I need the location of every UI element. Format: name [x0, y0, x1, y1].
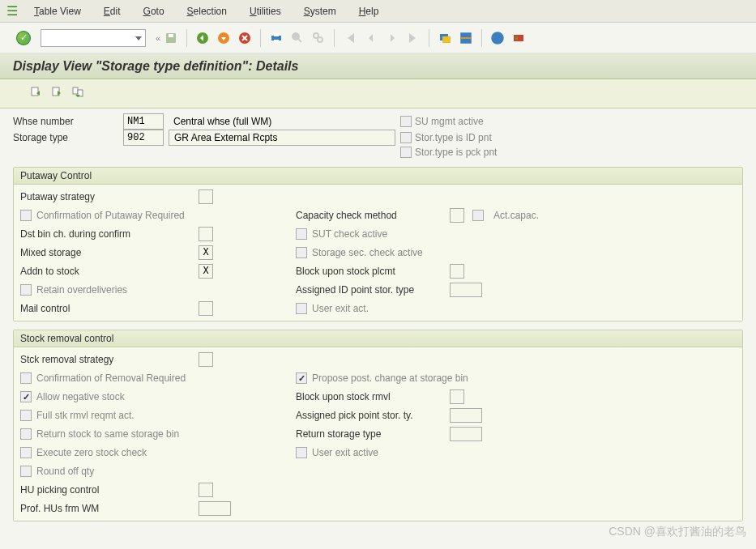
- menu-table-view[interactable]: Table View: [34, 6, 81, 17]
- svg-rect-1: [169, 34, 173, 37]
- checkbox-icon: [400, 147, 412, 158]
- act-capac-checkbox: [472, 210, 484, 221]
- view-title: Display View "Storage type definition": …: [0, 53, 756, 79]
- putaway-control-group: Putaway Control Putaway strategy Confirm…: [13, 167, 743, 321]
- checkbox-icon: [296, 447, 307, 458]
- prev-page-icon[interactable]: [362, 29, 380, 47]
- svg-line-9: [298, 39, 301, 42]
- storage-type-value: 902: [123, 130, 164, 146]
- svg-rect-20: [32, 87, 38, 96]
- dst-bin-input[interactable]: [199, 227, 213, 241]
- new-session-icon[interactable]: [436, 29, 454, 47]
- next-page-icon[interactable]: [383, 29, 401, 47]
- user-exit-active-checkbox: User exit active: [296, 444, 579, 462]
- checkbox-icon: [20, 372, 32, 384]
- svg-point-11: [318, 37, 322, 42]
- first-page-icon[interactable]: [341, 29, 359, 47]
- su-mgmt-checkbox: SU mgmt active: [400, 115, 595, 128]
- stck-removal-strategy-input[interactable]: [199, 352, 213, 367]
- action-bar: [0, 79, 756, 109]
- doc-nav-prev-icon[interactable]: [29, 86, 42, 101]
- doc-compare-icon[interactable]: [71, 86, 84, 101]
- full-stk-rmvl-checkbox: Full stk rmvl reqmt act.: [20, 406, 280, 424]
- return-storage-type-field: Return storage type: [296, 425, 579, 443]
- mixed-storage-input[interactable]: X: [199, 245, 213, 260]
- prof-hus-input[interactable]: [199, 501, 231, 516]
- mail-control-field: Mail control: [20, 300, 280, 317]
- block-upon-plcmt-input[interactable]: [450, 264, 464, 279]
- return-storage-type-input[interactable]: [450, 427, 482, 441]
- layout-icon[interactable]: [457, 29, 475, 47]
- stor-type-pck-pnt-checkbox: Stor.type is pck pnt: [400, 146, 595, 159]
- stock-removal-title: Stock removal control: [14, 330, 742, 347]
- capacity-check-field: Capacity check methodAct.capac.: [296, 206, 579, 224]
- checkbox-icon: [20, 428, 32, 440]
- checkbox-icon: [296, 303, 307, 314]
- menu-help[interactable]: Help: [359, 6, 379, 17]
- enter-icon[interactable]: ✓: [16, 31, 31, 45]
- assigned-id-point-input[interactable]: [450, 283, 482, 297]
- content-area: Whse number NM1 Central whse (full WM) S…: [0, 109, 756, 534]
- back-icon[interactable]: [194, 29, 211, 47]
- find-icon[interactable]: [288, 29, 306, 47]
- svg-rect-22: [73, 87, 78, 94]
- svg-rect-7: [274, 40, 279, 43]
- mixed-storage-field: Mixed storageX: [20, 244, 280, 262]
- prof-hus-frm-wm-field: Prof. HUs frm WM: [20, 500, 280, 517]
- storage-type-label: Storage type: [13, 130, 118, 145]
- menu-goto[interactable]: Goto: [143, 6, 164, 17]
- allow-negative-stock-checkbox: Allow negative stock: [20, 388, 280, 406]
- save-icon[interactable]: [162, 29, 180, 47]
- whse-number-value: NM1: [123, 113, 164, 130]
- toolbar: ✓ « ?: [0, 23, 756, 53]
- user-exit-act-checkbox: User exit act.: [296, 300, 579, 317]
- retain-overdeliveries-checkbox: Retain overdeliveries: [20, 281, 280, 299]
- svg-rect-18: [514, 35, 523, 41]
- menu-edit[interactable]: Edit: [104, 6, 121, 17]
- capacity-check-input[interactable]: [450, 208, 464, 223]
- menu-utilities[interactable]: Utilities: [250, 6, 281, 17]
- svg-text:?: ?: [495, 34, 500, 43]
- help-icon[interactable]: ?: [489, 29, 506, 47]
- gui-settings-icon[interactable]: [510, 29, 527, 47]
- exit-icon[interactable]: [215, 29, 233, 47]
- checkbox-icon: [296, 228, 307, 240]
- checkbox-icon: [400, 116, 412, 127]
- addn-to-stock-input[interactable]: X: [199, 264, 213, 279]
- checkbox-icon: [20, 410, 32, 421]
- mail-control-input[interactable]: [199, 301, 213, 316]
- menu-system[interactable]: System: [304, 6, 336, 17]
- confirmation-putaway-checkbox: Confirmation of Putaway Required: [20, 206, 280, 224]
- svg-rect-13: [442, 36, 451, 43]
- collapse-icon[interactable]: «: [156, 33, 159, 43]
- find-next-icon[interactable]: [310, 29, 327, 47]
- svg-point-8: [293, 33, 299, 40]
- sut-check-checkbox: SUT check active: [296, 225, 579, 243]
- checkbox-icon: [20, 447, 32, 458]
- cancel-icon[interactable]: [236, 29, 254, 47]
- block-upon-rmvl-input[interactable]: [450, 389, 464, 404]
- confirmation-removal-checkbox: Confirmation of Removal Required: [20, 369, 280, 387]
- checkbox-icon: [20, 210, 32, 221]
- doc-nav-next-icon[interactable]: [50, 86, 63, 101]
- execute-zero-stock-checkbox: Execute zero stock check: [20, 444, 280, 462]
- assigned-pick-point-input[interactable]: [450, 408, 482, 423]
- command-field[interactable]: [41, 29, 146, 47]
- svg-rect-6: [274, 33, 279, 36]
- app-menu-icon[interactable]: ☰: [6, 3, 18, 19]
- storage-type-desc: GR Area External Rcpts: [169, 130, 395, 146]
- putaway-control-title: Putaway Control: [14, 168, 742, 185]
- stock-removal-group: Stock removal control Stck removal strat…: [13, 330, 743, 521]
- print-icon[interactable]: [267, 29, 285, 47]
- dst-bin-field: Dst bin ch. during confirm: [20, 225, 280, 243]
- checkbox-checked-icon: [296, 372, 307, 384]
- assigned-pick-point-field: Assigned pick point stor. ty.: [296, 406, 579, 424]
- block-upon-rmvl-field: Block upon stock rmvl: [296, 388, 579, 406]
- hu-picking-input[interactable]: [199, 483, 213, 497]
- last-page-icon[interactable]: [404, 29, 422, 47]
- propose-post-change-checkbox: Propose post. change at storage bin: [296, 369, 579, 387]
- checkbox-icon: [296, 247, 307, 258]
- menu-selection[interactable]: Selection: [187, 6, 227, 17]
- round-off-qty-checkbox: Round off qty: [20, 462, 280, 480]
- putaway-strategy-input[interactable]: [199, 189, 213, 204]
